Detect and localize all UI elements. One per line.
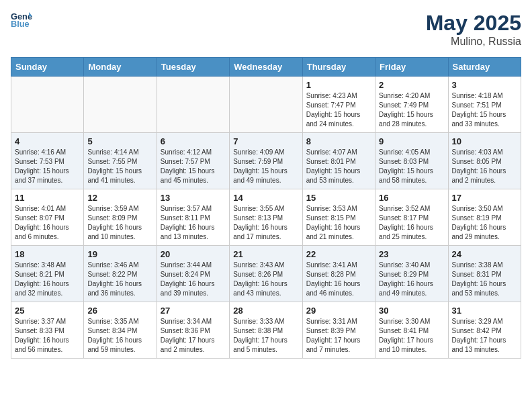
- calendar-day-cell: 24Sunrise: 3:38 AM Sunset: 8:31 PM Dayli…: [448, 246, 521, 302]
- day-number: 12: [87, 193, 152, 203]
- calendar-day-cell: [230, 77, 302, 133]
- calendar-day-cell: 16Sunrise: 3:52 AM Sunset: 8:17 PM Dayli…: [375, 189, 448, 246]
- calendar-day-cell: 9Sunrise: 4:05 AM Sunset: 8:03 PM Daylig…: [375, 133, 448, 189]
- day-info: Sunrise: 4:09 AM Sunset: 7:59 PM Dayligh…: [233, 148, 298, 185]
- calendar-day-cell: 17Sunrise: 3:50 AM Sunset: 8:19 PM Dayli…: [448, 189, 521, 246]
- day-info: Sunrise: 4:23 AM Sunset: 7:47 PM Dayligh…: [306, 91, 371, 129]
- day-number: 7: [233, 136, 298, 146]
- weekday-header-wednesday: Wednesday: [230, 58, 302, 77]
- calendar-header-row: SundayMondayTuesdayWednesdayThursdayFrid…: [11, 58, 521, 77]
- day-number: 21: [233, 249, 298, 259]
- day-info: Sunrise: 3:50 AM Sunset: 8:19 PM Dayligh…: [452, 204, 517, 242]
- logo: General Blue: [11, 11, 32, 30]
- calendar-day-cell: 2Sunrise: 4:20 AM Sunset: 7:49 PM Daylig…: [375, 77, 448, 133]
- weekday-header-friday: Friday: [375, 58, 448, 77]
- day-number: 2: [379, 80, 444, 90]
- calendar-day-cell: 30Sunrise: 3:30 AM Sunset: 8:41 PM Dayli…: [375, 302, 448, 359]
- day-info: Sunrise: 3:44 AM Sunset: 8:24 PM Dayligh…: [161, 261, 226, 298]
- day-number: 20: [161, 249, 226, 259]
- weekday-header-tuesday: Tuesday: [157, 58, 229, 77]
- day-number: 6: [161, 136, 226, 146]
- day-info: Sunrise: 4:07 AM Sunset: 8:01 PM Dayligh…: [306, 148, 371, 185]
- day-info: Sunrise: 4:03 AM Sunset: 8:05 PM Dayligh…: [452, 148, 517, 185]
- day-info: Sunrise: 4:01 AM Sunset: 8:07 PM Dayligh…: [15, 204, 80, 242]
- title-block: May 2025 Mulino, Russia: [426, 11, 521, 48]
- page-header: General Blue May 2025 Mulino, Russia: [11, 11, 521, 48]
- day-number: 8: [306, 136, 371, 146]
- calendar-week-row: 11Sunrise: 4:01 AM Sunset: 8:07 PM Dayli…: [11, 189, 521, 246]
- calendar-day-cell: 15Sunrise: 3:53 AM Sunset: 8:15 PM Dayli…: [302, 189, 375, 246]
- calendar-day-cell: 31Sunrise: 3:29 AM Sunset: 8:42 PM Dayli…: [448, 302, 521, 359]
- calendar-day-cell: 28Sunrise: 3:33 AM Sunset: 8:38 PM Dayli…: [230, 302, 302, 359]
- calendar-day-cell: 25Sunrise: 3:37 AM Sunset: 8:33 PM Dayli…: [11, 302, 84, 359]
- day-number: 27: [161, 306, 226, 316]
- day-number: 29: [306, 306, 371, 316]
- calendar-day-cell: [11, 77, 84, 133]
- day-number: 28: [233, 306, 298, 316]
- day-number: 23: [379, 249, 444, 259]
- day-number: 15: [306, 193, 371, 203]
- month-title: May 2025: [426, 11, 521, 36]
- calendar-day-cell: 8Sunrise: 4:07 AM Sunset: 8:01 PM Daylig…: [302, 133, 375, 189]
- calendar-day-cell: 21Sunrise: 3:43 AM Sunset: 8:26 PM Dayli…: [230, 246, 302, 302]
- day-info: Sunrise: 4:12 AM Sunset: 7:57 PM Dayligh…: [161, 148, 226, 185]
- day-info: Sunrise: 4:14 AM Sunset: 7:55 PM Dayligh…: [87, 148, 152, 185]
- day-info: Sunrise: 3:59 AM Sunset: 8:09 PM Dayligh…: [87, 204, 152, 242]
- day-number: 10: [452, 136, 517, 146]
- day-number: 19: [87, 249, 152, 259]
- calendar-day-cell: [84, 77, 157, 133]
- weekday-header-saturday: Saturday: [448, 58, 521, 77]
- calendar-day-cell: [157, 77, 229, 133]
- day-info: Sunrise: 4:18 AM Sunset: 7:51 PM Dayligh…: [452, 91, 517, 129]
- day-number: 9: [379, 136, 444, 146]
- day-number: 18: [15, 249, 80, 259]
- day-info: Sunrise: 3:43 AM Sunset: 8:26 PM Dayligh…: [233, 261, 298, 298]
- logo-icon: General Blue: [11, 11, 32, 30]
- day-number: 22: [306, 249, 371, 259]
- day-info: Sunrise: 3:33 AM Sunset: 8:38 PM Dayligh…: [233, 317, 298, 355]
- day-info: Sunrise: 3:57 AM Sunset: 8:11 PM Dayligh…: [161, 204, 226, 242]
- day-info: Sunrise: 3:37 AM Sunset: 8:33 PM Dayligh…: [15, 317, 80, 355]
- day-number: 31: [452, 306, 517, 316]
- day-number: 1: [306, 80, 371, 90]
- calendar-day-cell: 5Sunrise: 4:14 AM Sunset: 7:55 PM Daylig…: [84, 133, 157, 189]
- day-info: Sunrise: 3:34 AM Sunset: 8:36 PM Dayligh…: [161, 317, 226, 355]
- calendar-day-cell: 1Sunrise: 4:23 AM Sunset: 7:47 PM Daylig…: [302, 77, 375, 133]
- calendar-day-cell: 27Sunrise: 3:34 AM Sunset: 8:36 PM Dayli…: [157, 302, 229, 359]
- location: Mulino, Russia: [426, 36, 521, 48]
- day-number: 25: [15, 306, 80, 316]
- calendar-day-cell: 13Sunrise: 3:57 AM Sunset: 8:11 PM Dayli…: [157, 189, 229, 246]
- calendar-day-cell: 26Sunrise: 3:35 AM Sunset: 8:34 PM Dayli…: [84, 302, 157, 359]
- calendar-day-cell: 18Sunrise: 3:48 AM Sunset: 8:21 PM Dayli…: [11, 246, 84, 302]
- calendar-day-cell: 6Sunrise: 4:12 AM Sunset: 7:57 PM Daylig…: [157, 133, 229, 189]
- day-number: 24: [452, 249, 517, 259]
- day-info: Sunrise: 3:35 AM Sunset: 8:34 PM Dayligh…: [87, 317, 152, 355]
- day-number: 5: [87, 136, 152, 146]
- calendar-week-row: 1Sunrise: 4:23 AM Sunset: 7:47 PM Daylig…: [11, 77, 521, 133]
- weekday-header-monday: Monday: [84, 58, 157, 77]
- day-info: Sunrise: 4:16 AM Sunset: 7:53 PM Dayligh…: [15, 148, 80, 185]
- calendar-day-cell: 10Sunrise: 4:03 AM Sunset: 8:05 PM Dayli…: [448, 133, 521, 189]
- calendar-week-row: 25Sunrise: 3:37 AM Sunset: 8:33 PM Dayli…: [11, 302, 521, 359]
- day-number: 4: [15, 136, 80, 146]
- day-number: 26: [87, 306, 152, 316]
- calendar-day-cell: 14Sunrise: 3:55 AM Sunset: 8:13 PM Dayli…: [230, 189, 302, 246]
- day-number: 30: [379, 306, 444, 316]
- day-info: Sunrise: 3:52 AM Sunset: 8:17 PM Dayligh…: [379, 204, 444, 242]
- day-info: Sunrise: 3:41 AM Sunset: 8:28 PM Dayligh…: [306, 261, 371, 298]
- day-number: 16: [379, 193, 444, 203]
- calendar-week-row: 18Sunrise: 3:48 AM Sunset: 8:21 PM Dayli…: [11, 246, 521, 302]
- day-number: 13: [161, 193, 226, 203]
- calendar-day-cell: 23Sunrise: 3:40 AM Sunset: 8:29 PM Dayli…: [375, 246, 448, 302]
- day-info: Sunrise: 3:55 AM Sunset: 8:13 PM Dayligh…: [233, 204, 298, 242]
- day-info: Sunrise: 3:40 AM Sunset: 8:29 PM Dayligh…: [379, 261, 444, 298]
- day-number: 17: [452, 193, 517, 203]
- calendar-day-cell: 22Sunrise: 3:41 AM Sunset: 8:28 PM Dayli…: [302, 246, 375, 302]
- day-info: Sunrise: 3:38 AM Sunset: 8:31 PM Dayligh…: [452, 261, 517, 298]
- day-info: Sunrise: 4:05 AM Sunset: 8:03 PM Dayligh…: [379, 148, 444, 185]
- calendar-day-cell: 7Sunrise: 4:09 AM Sunset: 7:59 PM Daylig…: [230, 133, 302, 189]
- day-info: Sunrise: 3:29 AM Sunset: 8:42 PM Dayligh…: [452, 317, 517, 355]
- day-info: Sunrise: 4:20 AM Sunset: 7:49 PM Dayligh…: [379, 91, 444, 129]
- calendar-day-cell: 19Sunrise: 3:46 AM Sunset: 8:22 PM Dayli…: [84, 246, 157, 302]
- day-info: Sunrise: 3:48 AM Sunset: 8:21 PM Dayligh…: [15, 261, 80, 298]
